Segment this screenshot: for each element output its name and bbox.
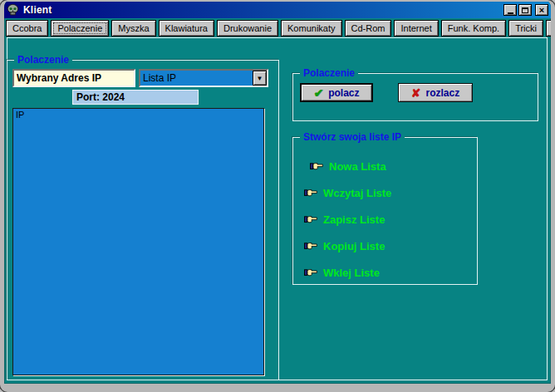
load-list-item[interactable]: Wczytaj Liste [293,179,477,206]
check-icon: ✔ [313,87,323,99]
window-title: Klient [23,4,52,16]
pointing-hand-icon [310,161,323,171]
ip-listbox-header: IP [13,109,263,120]
chevron-down-icon: ▼ [257,75,263,82]
connection-groupbox: Polaczenie Lista IP ▼ Port: 2024 IP [7,60,279,380]
tab-myszka[interactable]: Myszka [111,20,155,37]
tab-komunikaty[interactable]: Komunikaty [281,20,341,37]
ip-list-select-value: Lista IP [140,72,253,84]
tab-funk-komp[interactable]: Funk. Komp. [441,20,506,37]
tab-pliki[interactable]: Pliki [546,20,555,37]
save-list-item[interactable]: Zapisz Liste [293,206,477,233]
tab-internet[interactable]: Internet [394,20,438,37]
maximize-icon [522,7,528,13]
tab-cdrom[interactable]: Cd-Rom [345,20,392,37]
pointing-hand-icon [304,214,317,224]
tab-drukowanie[interactable]: Drukowanie [217,20,278,37]
load-list-label: Wczytaj Liste [323,187,391,199]
pointing-hand-icon [304,267,317,277]
paste-list-label: Wklej Liste [323,267,380,279]
ip-listbox[interactable]: IP [12,108,264,375]
close-icon: × [539,6,544,14]
paste-list-item[interactable]: Wklej Liste [293,259,477,286]
window-controls: × [503,4,548,16]
actions-groupbox: Polaczenie ✔ polacz ✘ rozlacz [292,73,538,121]
tab-polaczenie[interactable]: Polaczenie [51,20,109,37]
connect-button-label: polacz [328,87,359,99]
pointing-hand-icon [304,241,317,251]
tab-tricki[interactable]: Tricki [508,20,543,37]
new-list-item[interactable]: Nowa Lista [293,153,477,179]
ip-list-tools: Nowa Lista Wczytaj Liste [293,153,477,286]
tab-klawiatura[interactable]: Klawiatura [159,20,214,37]
new-list-label: Nowa Lista [329,160,386,173]
maximize-button[interactable] [518,4,532,16]
copy-list-label: Kopiuj Liste [323,240,385,252]
tab-bar: Ccobra Polaczenie Myszka Klawiatura Druk… [4,20,551,37]
actions-group-title: Polaczenie [300,67,358,79]
pointing-hand-icon [304,188,317,198]
client-area: Polaczenie Lista IP ▼ Port: 2024 IP Pola… [4,37,551,384]
minimize-icon [508,12,513,14]
ip-list-select[interactable]: Lista IP ▼ [139,69,268,87]
app-window: Klient × Ccobra Polaczenie Myszka Klawia… [0,0,555,392]
ip-list-tools-groupbox: Stwórz swoja liste IP Nowa Lista [292,137,478,285]
selected-ip-input[interactable] [12,69,135,87]
disconnect-button[interactable]: ✘ rozlacz [398,83,473,102]
disconnect-button-label: rozlacz [426,87,460,99]
skull-icon [7,4,20,17]
close-button[interactable]: × [535,4,548,16]
titlebar[interactable]: Klient × [4,2,551,18]
tab-ccobra[interactable]: Ccobra [6,20,48,37]
copy-list-item[interactable]: Kopiuj Liste [293,233,477,259]
connect-button[interactable]: ✔ polacz [300,83,373,102]
port-label: Port: 2024 [72,90,199,105]
combo-dropdown-button[interactable]: ▼ [253,71,267,86]
ip-list-tools-title: Stwórz swoja liste IP [300,131,405,143]
save-list-label: Zapisz Liste [323,213,385,226]
x-icon: ✘ [411,87,421,99]
connection-group-title: Polaczenie [14,54,72,66]
minimize-button[interactable] [503,4,517,16]
